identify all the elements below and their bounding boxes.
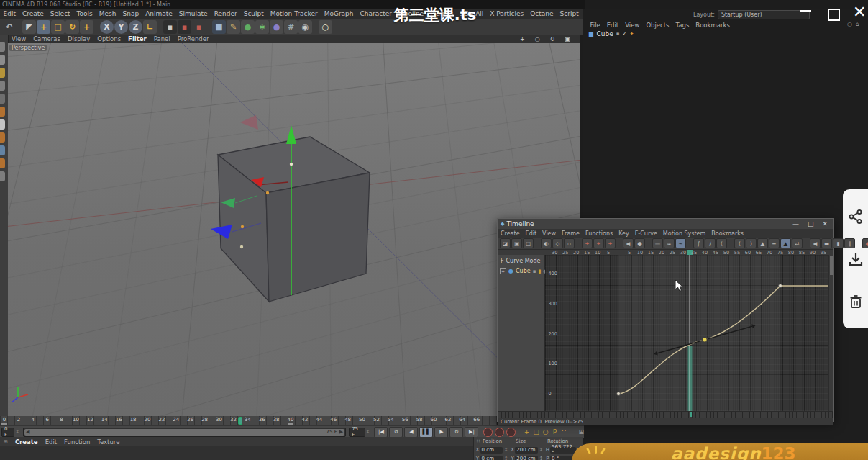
last-tool-icon[interactable]: + — [80, 20, 93, 34]
pan-icon[interactable]: + — [516, 36, 529, 42]
timeline-tool-icon[interactable]: + — [593, 238, 604, 248]
toggle-view-icon[interactable]: ▣ — [561, 36, 574, 42]
track-color-icon[interactable]: ▮ — [538, 269, 541, 274]
prev-frame-button[interactable]: ◀ — [404, 427, 418, 438]
animation-ruler[interactable]: 0246810121416182022242628303234363840424… — [0, 416, 497, 425]
palette-icon[interactable] — [0, 81, 5, 91]
scale-tool-icon[interactable]: □ — [51, 20, 65, 34]
timeline-playhead[interactable] — [238, 417, 242, 425]
next-frame-button[interactable]: ▶ — [434, 427, 448, 438]
stepper-icon[interactable]: ↕ — [366, 429, 370, 435]
coordinate-field[interactable]: 0 cm — [480, 447, 503, 454]
timeline-vscrollbar[interactable] — [828, 255, 833, 411]
phong-tag-icon[interactable]: ✦ — [629, 31, 634, 37]
timeline-tool-icon[interactable]: ▲ — [780, 238, 791, 248]
menu-item-create[interactable]: Create — [12, 438, 42, 446]
menu-item-panel[interactable]: Panel — [150, 35, 174, 42]
object-row-cube[interactable]: ■ Cube ▪ ✓ ✦ — [588, 30, 862, 38]
key-parameter-toggle[interactable]: P — [550, 428, 559, 436]
palette-icon[interactable] — [0, 132, 5, 143]
menu-item-animate[interactable]: Animate — [142, 10, 176, 17]
menu-item-motion-system[interactable]: Motion System — [660, 230, 709, 237]
menu-item-select[interactable]: Select — [47, 10, 73, 17]
visibility-check-icon[interactable]: ✓ — [623, 31, 627, 37]
timeline-maximize-icon[interactable]: □ — [808, 220, 814, 227]
layer-tag-icon[interactable]: ▪ — [616, 31, 620, 37]
menu-item-sculpt[interactable]: Sculpt — [240, 10, 267, 17]
live-selection-icon[interactable]: ◤ — [22, 20, 36, 34]
timeline-tool-icon[interactable]: ≈ — [664, 238, 675, 248]
menu-item-key[interactable]: Key — [616, 230, 632, 237]
coordinate-field[interactable]: 200 cm — [515, 447, 537, 454]
menu-item-frame[interactable]: Frame — [559, 230, 583, 237]
timeline-miniruler[interactable] — [498, 411, 833, 418]
stepper-icon[interactable]: ↕ — [504, 447, 508, 453]
miniruler-playhead[interactable] — [690, 412, 692, 417]
timeline-tool-icon[interactable]: ◀ — [810, 238, 821, 248]
rotate-view-icon[interactable]: ↻ — [547, 36, 559, 42]
timeline-ruler[interactable]: -30-25-20-15-10-551015202530354045505560… — [498, 250, 833, 255]
menu-item-cameras[interactable]: Cameras — [29, 35, 64, 42]
zoom-icon[interactable]: ○ — [531, 36, 544, 42]
menu-item-create[interactable]: Create — [498, 230, 523, 237]
menu-item-edit[interactable]: Edit — [42, 438, 60, 446]
palette-icon[interactable] — [0, 94, 5, 104]
menu-item-edit[interactable]: Edit — [0, 10, 19, 17]
timeline-tool-icon[interactable]: + — [582, 238, 593, 248]
frame-end-field[interactable]: 75 F — [349, 428, 365, 437]
move-tool-icon[interactable]: + — [37, 20, 50, 34]
video-minimize-icon[interactable] — [800, 10, 811, 12]
palette-icon[interactable] — [0, 55, 5, 65]
coord-system-icon[interactable]: ∟ — [143, 20, 157, 34]
layout-dropdown[interactable]: Startup (User) — [718, 10, 810, 19]
trash-icon[interactable] — [848, 294, 864, 310]
menu-item-options[interactable]: Options — [93, 35, 124, 42]
menu-item-edit[interactable]: Edit — [523, 230, 540, 237]
timeline-tool-icon[interactable]: ▣ — [511, 238, 522, 248]
stepper-icon[interactable]: ↕ — [539, 447, 544, 453]
video-close-icon[interactable]: ✕ — [853, 4, 866, 20]
stepper-icon[interactable]: ↕ — [504, 456, 508, 460]
material-list[interactable] — [0, 446, 473, 460]
timeline-tool-icon[interactable]: □ — [523, 238, 534, 248]
menu-item-functions[interactable]: Functions — [583, 230, 616, 237]
play-reverse-button[interactable]: ↺ — [389, 427, 403, 438]
mograph-icon[interactable]: ∗ — [255, 20, 269, 34]
timeline-track-cube[interactable]: + ● Cube ▪ ▮ ● — [500, 268, 547, 274]
timeline-tool-icon[interactable]: ≡ — [769, 238, 780, 248]
menu-item-function[interactable]: Function — [60, 438, 93, 446]
menu-item-bookmarks[interactable]: Bookmarks — [693, 22, 734, 29]
menu-item-tools[interactable]: Tools — [73, 10, 96, 17]
render-picture-viewer-icon[interactable]: ▪ — [178, 20, 191, 34]
palette-icon[interactable] — [0, 145, 5, 155]
keyframe-selection-button[interactable] — [506, 428, 516, 437]
menu-item-create[interactable]: Create — [19, 10, 47, 17]
timeline-tool-icon[interactable]: + — [605, 238, 616, 248]
video-restore-icon[interactable] — [828, 9, 840, 21]
undo-icon[interactable]: ↶ — [2, 20, 16, 34]
timeline-tool-icon[interactable]: ~ — [675, 238, 686, 248]
range-marker[interactable] — [1, 423, 7, 425]
menu-item-view[interactable]: View — [622, 22, 643, 29]
timeline-tool-icon[interactable]: ◆ — [862, 238, 868, 248]
key-scale-toggle[interactable]: □ — [531, 428, 540, 436]
key-position-toggle[interactable]: + — [522, 428, 531, 436]
timeline-tool-icon[interactable]: — — [652, 238, 663, 248]
doc-switch-icon[interactable]: ⊞ — [578, 428, 584, 436]
timeline-tool-icon[interactable]: ◇ — [552, 238, 563, 248]
coordinate-field[interactable]: 200 cm — [515, 456, 537, 460]
menu-item-file[interactable]: File — [587, 22, 603, 29]
range-marker[interactable] — [288, 423, 293, 425]
timeline-window[interactable]: ◆ Timeline — □ ✕ CreateEditViewFrameFunc… — [497, 218, 834, 422]
timeline-tool-icon[interactable]: ▬ — [821, 238, 832, 248]
palette-icon[interactable] — [0, 107, 5, 117]
frame-start-field[interactable]: 0 F — [1, 428, 14, 437]
autokey-button[interactable] — [495, 428, 504, 437]
timeline-minimize-icon[interactable]: — — [792, 220, 799, 227]
timeline-tool-icon[interactable]: ◐ — [541, 238, 552, 248]
menu-item-bookmarks[interactable]: Bookmarks — [708, 230, 746, 237]
record-keyframe-button[interactable] — [483, 428, 493, 437]
timeline-tool-icon[interactable]: ) — [746, 238, 757, 248]
menu-item-simulate[interactable]: Simulate — [175, 10, 211, 17]
menu-item-mesh[interactable]: Mesh — [96, 10, 119, 17]
